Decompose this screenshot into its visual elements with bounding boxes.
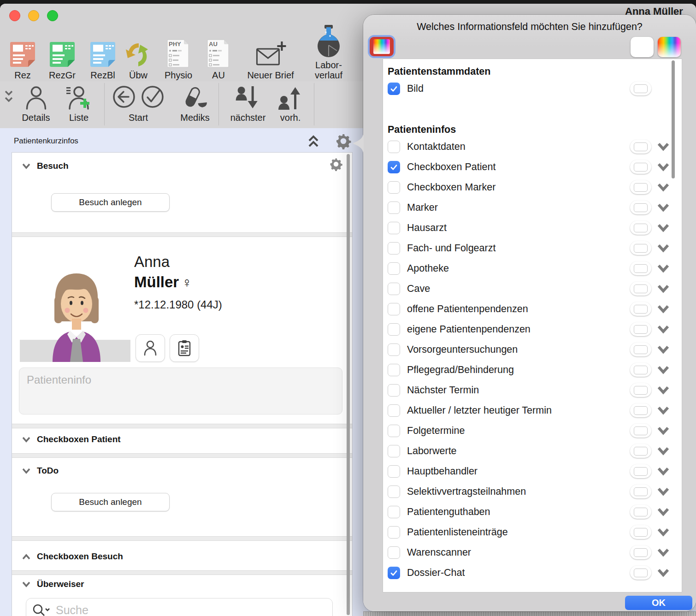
toolbar-button-naechster[interactable]: nächster [230, 85, 266, 123]
field-checkbox[interactable] [388, 506, 400, 518]
section-checkboxen-besuch-header[interactable]: Checkboxen Besuch [12, 549, 123, 564]
field-expand-chevron[interactable] [657, 486, 670, 497]
field-style-button[interactable] [630, 241, 651, 255]
field-expand-chevron[interactable] [657, 284, 670, 294]
field-style-button[interactable] [630, 363, 651, 377]
field-expand-chevron[interactable] [657, 304, 670, 314]
toolbar-button-au[interactable]: AU AU [206, 24, 230, 80]
field-checkbox[interactable] [388, 83, 400, 95]
field-expand-chevron[interactable] [657, 446, 670, 456]
field-style-button[interactable] [630, 261, 651, 275]
field-checkbox[interactable] [388, 141, 400, 153]
toolbar-button-rezgr[interactable]: RezGr [48, 24, 76, 80]
section-besuch-header[interactable]: Besuch [12, 159, 69, 173]
field-checkbox[interactable] [388, 344, 400, 356]
toolbar-button-rezbl[interactable]: RezBl [89, 24, 117, 80]
toolbar-button-liste[interactable]: Liste [66, 85, 91, 123]
sidebar-scrollbar[interactable] [347, 154, 350, 615]
field-checkbox[interactable] [388, 283, 400, 295]
double-chevron-up-icon[interactable] [307, 135, 320, 150]
field-style-button[interactable] [630, 140, 651, 154]
field-expand-chevron[interactable] [657, 223, 670, 233]
field-expand-chevron[interactable] [657, 182, 670, 192]
field-expand-chevron[interactable] [657, 263, 670, 273]
field-checkbox[interactable] [388, 242, 400, 255]
field-expand-chevron[interactable] [657, 162, 670, 172]
toolbar-button-vorh[interactable]: vorh. [278, 85, 303, 123]
field-style-button[interactable] [630, 444, 651, 458]
field-style-button[interactable] [630, 383, 651, 397]
field-checkbox[interactable] [388, 526, 400, 539]
field-checkbox[interactable] [388, 303, 400, 315]
field-style-button[interactable] [630, 505, 651, 519]
field-expand-chevron[interactable] [657, 466, 670, 476]
field-checkbox[interactable] [388, 181, 400, 194]
field-style-button[interactable] [630, 82, 651, 95]
field-expand-chevron[interactable] [657, 243, 670, 253]
toolbar-button-details[interactable]: Details [22, 85, 50, 123]
toolbar-button-laborverlauf[interactable]: Labor- verlauf [315, 24, 342, 80]
field-style-button[interactable] [630, 566, 651, 580]
field-style-button[interactable] [630, 322, 651, 336]
panel-gear-icon[interactable] [335, 133, 352, 151]
close-button[interactable] [9, 10, 20, 21]
zoom-button[interactable] [47, 10, 58, 21]
field-expand-chevron[interactable] [657, 202, 670, 213]
patient-details-button[interactable] [136, 334, 165, 362]
minimize-button[interactable] [28, 10, 39, 21]
field-expand-chevron[interactable] [657, 324, 670, 334]
white-color-button[interactable] [631, 37, 654, 57]
field-style-button[interactable] [630, 343, 651, 356]
section-checkboxen-patient-header[interactable]: Checkboxen Patient [12, 432, 121, 447]
toolbar-button-start[interactable]: Start [112, 85, 165, 123]
field-checkbox[interactable] [388, 364, 400, 376]
field-expand-chevron[interactable] [657, 527, 670, 537]
field-checkbox[interactable] [388, 445, 400, 457]
toolbar-button-physio[interactable]: PHY Physio [165, 24, 192, 80]
todo-besuch-anlegen-button[interactable]: Besuch anlegen [51, 493, 170, 511]
field-checkbox[interactable] [388, 161, 400, 173]
field-style-button[interactable] [630, 464, 651, 478]
active-color-well[interactable] [368, 35, 395, 58]
field-expand-chevron[interactable] [657, 405, 670, 415]
patient-record-button[interactable] [170, 334, 199, 362]
field-style-button[interactable] [630, 282, 651, 296]
toolbar-button-mediks[interactable]: Mediks [180, 85, 209, 123]
rainbow-color-button[interactable] [658, 37, 681, 57]
field-style-button[interactable] [630, 221, 651, 235]
field-checkbox[interactable] [388, 262, 400, 275]
toolbar-button-neuer-brief[interactable]: Neuer Brief [247, 24, 294, 80]
field-expand-chevron[interactable] [657, 568, 670, 578]
field-style-button[interactable] [630, 201, 651, 214]
field-style-button[interactable] [630, 545, 651, 559]
field-checkbox[interactable] [388, 425, 400, 437]
field-expand-chevron[interactable] [657, 507, 670, 517]
field-checkbox[interactable] [388, 384, 400, 397]
field-expand-chevron[interactable] [657, 547, 670, 557]
field-style-button[interactable] [630, 485, 651, 498]
field-checkbox[interactable] [388, 404, 400, 417]
field-style-button[interactable] [630, 160, 651, 174]
toolbar-button-uebw[interactable]: Übw [125, 24, 152, 80]
besuch-gear-icon[interactable] [329, 157, 343, 173]
ueberweiser-search-input[interactable]: Suche [26, 598, 333, 616]
patient-info-textarea[interactable]: Patienteninfo [19, 367, 342, 415]
field-expand-chevron[interactable] [657, 365, 670, 375]
field-expand-chevron[interactable] [657, 426, 670, 436]
besuch-anlegen-button[interactable]: Besuch anlegen [51, 193, 170, 212]
field-checkbox[interactable] [388, 201, 400, 214]
field-expand-chevron[interactable] [657, 142, 670, 152]
field-expand-chevron[interactable] [657, 385, 670, 395]
field-style-button[interactable] [630, 424, 651, 438]
dialog-scrollbar[interactable] [672, 60, 675, 178]
field-checkbox[interactable] [388, 546, 400, 559]
field-style-button[interactable] [630, 525, 651, 539]
section-ueberweiser-header[interactable]: Überweiser [12, 577, 84, 592]
field-checkbox[interactable] [388, 465, 400, 478]
field-checkbox[interactable] [388, 567, 400, 579]
toolbar-button-rez[interactable]: Rez [9, 24, 36, 80]
double-chevron-down-icon[interactable] [4, 89, 14, 107]
field-checkbox[interactable] [388, 323, 400, 336]
section-todo-header[interactable]: ToDo [12, 463, 59, 478]
field-expand-chevron[interactable] [657, 344, 670, 355]
